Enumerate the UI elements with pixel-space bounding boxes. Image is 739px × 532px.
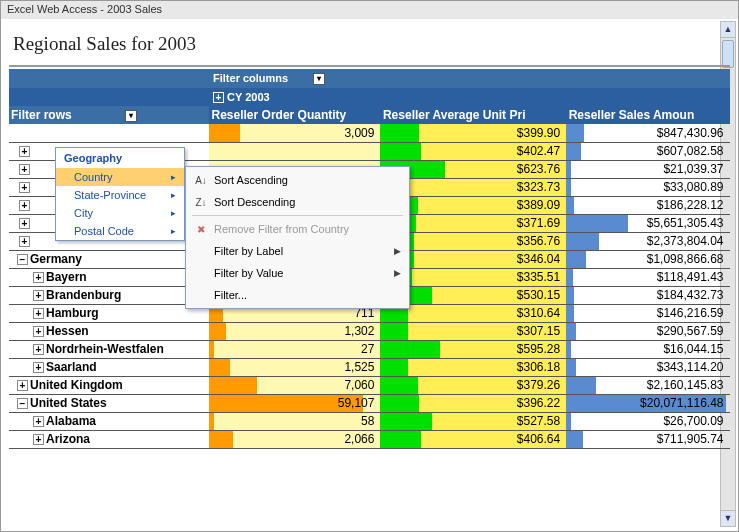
- numeric-cell: $1,098,866.68: [566, 250, 729, 268]
- menu-separator: [192, 215, 403, 216]
- row-label[interactable]: +Nordrhein-Westfalen: [9, 340, 209, 358]
- numeric-cell: 2,066: [209, 430, 380, 448]
- expand-icon[interactable]: +: [33, 290, 44, 301]
- table-row: +Nordrhein-Westfalen27$595.28$16,044.15: [9, 340, 730, 358]
- numeric-cell: $16,044.15: [566, 340, 729, 358]
- row-label-text: Bayern: [46, 270, 87, 284]
- row-label[interactable]: +United Kingdom: [9, 376, 209, 394]
- numeric-cell: $184,432.73: [566, 286, 729, 304]
- hier-item-city[interactable]: City▸: [56, 204, 184, 222]
- expand-icon[interactable]: +: [19, 236, 30, 247]
- numeric-cell: $527.58: [380, 412, 566, 430]
- chevron-right-icon: ▸: [171, 190, 176, 200]
- collapse-icon[interactable]: −: [17, 254, 28, 265]
- filter-context-menu[interactable]: A↓ Sort Ascending Z↓ Sort Descending ✖ R…: [185, 166, 410, 309]
- numeric-cell: $21,039.37: [566, 160, 729, 178]
- sort-desc-icon: Z↓: [192, 197, 210, 208]
- row-label[interactable]: +Saarland: [9, 358, 209, 376]
- numeric-cell: $847,430.96: [566, 124, 729, 142]
- row-label[interactable]: +Hamburg: [9, 304, 209, 322]
- expand-icon[interactable]: +: [33, 344, 44, 355]
- numeric-cell: $402.47: [380, 142, 566, 160]
- numeric-cell: $406.64: [380, 430, 566, 448]
- expand-icon[interactable]: +: [19, 182, 30, 193]
- numeric-cell: $396.22: [380, 394, 566, 412]
- row-label[interactable]: −Germany: [9, 250, 209, 268]
- numeric-cell: [209, 142, 380, 160]
- numeric-cell: 59,107: [209, 394, 380, 412]
- menu-filter-by-value[interactable]: Filter by Value ▶: [188, 262, 407, 284]
- expand-icon[interactable]: +: [33, 362, 44, 373]
- filter-funnel-icon[interactable]: ▾: [313, 73, 325, 85]
- numeric-cell: 1,525: [209, 358, 380, 376]
- expand-icon[interactable]: +: [19, 218, 30, 229]
- row-label-text: United States: [30, 396, 107, 410]
- expand-icon[interactable]: +: [33, 272, 44, 283]
- numeric-cell: $595.28: [380, 340, 566, 358]
- app-titlebar: Excel Web Access - 2003 Sales: [1, 1, 738, 19]
- table-row: +Hessen1,302$307.15$290,567.59: [9, 322, 730, 340]
- row-label-text: Nordrhein-Westfalen: [46, 342, 164, 356]
- col-header-avg[interactable]: Reseller Average Unit Pri: [380, 106, 566, 124]
- table-row: 3,009$399.90$847,430.96: [9, 124, 730, 142]
- geography-hierarchy-menu[interactable]: Geography Country▸State-Province▸City▸Po…: [55, 147, 185, 241]
- col-header-sales[interactable]: Reseller Sales Amoun: [566, 106, 729, 124]
- row-label[interactable]: +Bayern: [9, 268, 209, 286]
- expand-icon[interactable]: +: [33, 308, 44, 319]
- table-row: +Arizona2,066$406.64$711,905.74: [9, 430, 730, 448]
- expand-icon[interactable]: +: [33, 326, 44, 337]
- numeric-cell: $607,082.58: [566, 142, 729, 160]
- filter-rows-dropdown[interactable]: ▾: [125, 110, 137, 122]
- expand-cy-icon[interactable]: +: [213, 92, 224, 103]
- numeric-cell: $33,080.89: [566, 178, 729, 196]
- numeric-cell: $20,071,116.48: [566, 394, 729, 412]
- row-label[interactable]: +Hessen: [9, 322, 209, 340]
- column-headers-row: Filter rows ▾ Reseller Order Quantity Re…: [9, 106, 730, 124]
- row-label-text: Saarland: [46, 360, 97, 374]
- menu-sort-ascending[interactable]: A↓ Sort Ascending: [188, 169, 407, 191]
- collapse-icon[interactable]: −: [17, 398, 28, 409]
- numeric-cell: $307.15: [380, 322, 566, 340]
- expand-icon[interactable]: +: [19, 146, 30, 157]
- numeric-cell: $306.18: [380, 358, 566, 376]
- remove-filter-icon: ✖: [192, 224, 210, 235]
- expand-icon[interactable]: +: [33, 434, 44, 445]
- row-label[interactable]: −United States: [9, 394, 209, 412]
- row-label-text: United Kingdom: [30, 378, 123, 392]
- numeric-cell: 27: [209, 340, 380, 358]
- hier-item-country[interactable]: Country▸: [56, 168, 184, 186]
- sort-asc-icon: A↓: [192, 175, 210, 186]
- expand-icon[interactable]: +: [19, 200, 30, 211]
- numeric-cell: $118,491.43: [566, 268, 729, 286]
- numeric-cell: $379.26: [380, 376, 566, 394]
- col-header-qty[interactable]: Reseller Order Quantity: [209, 106, 380, 124]
- expand-icon[interactable]: +: [33, 416, 44, 427]
- hier-item-state-province[interactable]: State-Province▸: [56, 186, 184, 204]
- submenu-arrow-icon: ▶: [394, 246, 401, 256]
- row-label[interactable]: +Brandenburg: [9, 286, 209, 304]
- numeric-cell: 3,009: [209, 124, 380, 142]
- table-row: +Alabama58$527.58$26,700.09: [9, 412, 730, 430]
- filter-columns-row: Filter columns ▾: [9, 69, 730, 88]
- page-title: Regional Sales for 2003: [9, 25, 730, 67]
- chevron-right-icon: ▸: [171, 226, 176, 236]
- numeric-cell: 58: [209, 412, 380, 430]
- row-label-text: Hamburg: [46, 306, 99, 320]
- filter-rows-label: Filter rows: [11, 108, 72, 122]
- expand-icon[interactable]: +: [19, 164, 30, 175]
- menu-filter-by-label[interactable]: Filter by Label ▶: [188, 240, 407, 262]
- menu-sort-descending[interactable]: Z↓ Sort Descending: [188, 191, 407, 213]
- hier-item-postal-code[interactable]: Postal Code▸: [56, 222, 184, 240]
- cy-row: + CY 2003: [9, 88, 730, 106]
- table-row: −United States59,107$396.22$20,071,116.4…: [9, 394, 730, 412]
- numeric-cell: $399.90: [380, 124, 566, 142]
- row-label-text: Germany: [30, 252, 82, 266]
- row-label-text: Hessen: [46, 324, 89, 338]
- expand-icon[interactable]: +: [17, 380, 28, 391]
- row-label[interactable]: +Arizona: [9, 430, 209, 448]
- row-label[interactable]: +Alabama: [9, 412, 209, 430]
- menu-filter[interactable]: Filter...: [188, 284, 407, 306]
- numeric-cell: $290,567.59: [566, 322, 729, 340]
- numeric-cell: 1,302: [209, 322, 380, 340]
- chevron-right-icon: ▸: [171, 208, 176, 218]
